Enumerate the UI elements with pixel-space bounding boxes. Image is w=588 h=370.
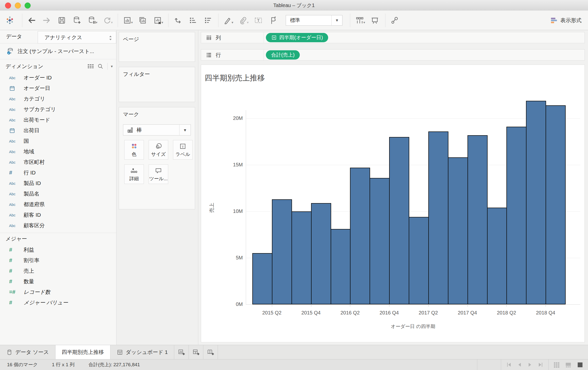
sheet-tab[interactable]: 四半期別売上推移 — [55, 345, 110, 359]
mark-type-select[interactable]: 棒 ▼ — [123, 124, 191, 135]
field-item[interactable]: Abcオーダー ID — [0, 72, 116, 83]
sort-ascending-button[interactable] — [187, 15, 199, 26]
filters-card[interactable]: フィルター — [119, 67, 195, 102]
field-item[interactable]: Abc顧客 ID — [0, 210, 116, 220]
new-story-tab-button[interactable] — [203, 345, 218, 359]
field-item[interactable]: Abc国 — [0, 136, 116, 146]
save-button[interactable] — [56, 15, 68, 26]
view-as-grid-icon[interactable] — [87, 63, 94, 70]
bar-mark[interactable] — [467, 135, 488, 304]
shelf-pill[interactable]: 四半期(オーダー日) — [266, 33, 328, 42]
field-item[interactable]: Abc地域 — [0, 146, 116, 157]
size-button[interactable]: サイズ — [149, 140, 168, 160]
bar-mark[interactable] — [526, 101, 546, 304]
first-page-icon[interactable] — [506, 361, 512, 368]
field-item[interactable]: #メジャー バリュー — [0, 297, 116, 308]
bar-mark[interactable] — [448, 157, 468, 304]
share-workbook-button[interactable] — [389, 15, 400, 26]
fit-mode-select[interactable]: 標準 ▼ — [286, 15, 342, 26]
text-field-icon: Abc — [9, 160, 24, 164]
worksheet-canvas[interactable]: 四半期別売上推移 0M5M10M15M20M2015 Q22015 Q42016… — [201, 65, 585, 342]
rows-shelf[interactable]: 行 合計(売上) — [201, 49, 585, 61]
bar-mark[interactable] — [546, 105, 566, 304]
next-page-icon[interactable] — [527, 361, 533, 368]
new-worksheet-caret-icon[interactable]: ▾ — [131, 20, 133, 24]
label-button[interactable]: Tラベル — [173, 140, 193, 160]
bar-mark[interactable] — [331, 229, 351, 304]
field-item[interactable]: Abc市区町村 — [0, 157, 116, 167]
text-box-button[interactable]: T — [253, 15, 264, 26]
expand-pill-icon[interactable] — [271, 35, 277, 40]
clear-sheet-caret-icon[interactable]: ▾ — [161, 20, 163, 24]
bar-mark[interactable] — [350, 168, 370, 304]
redo-button[interactable] — [41, 15, 52, 26]
group-members-caret-icon[interactable]: ▾ — [247, 20, 249, 24]
field-item[interactable]: #利益 — [0, 245, 116, 255]
detail-button[interactable]: 詳細 — [124, 164, 144, 184]
field-item[interactable]: #数量 — [0, 276, 116, 287]
field-item[interactable]: Abc顧客区分 — [0, 220, 116, 231]
pause-updates-caret-icon[interactable]: ▾ — [96, 20, 97, 24]
bar-mark[interactable] — [252, 253, 272, 304]
tableau-logo-icon[interactable] — [4, 15, 16, 26]
refresh-caret-icon[interactable]: ▾ — [111, 20, 113, 24]
filmstrip-view-icon[interactable] — [565, 361, 572, 368]
field-item[interactable]: Abc出荷モード — [0, 115, 116, 125]
number-field-icon: # — [9, 257, 24, 264]
new-dashboard-tab-button[interactable] — [189, 345, 203, 359]
field-item[interactable]: #行 ID — [0, 167, 116, 178]
y-axis-tick-label: 0M — [225, 301, 243, 307]
fit-mode-caret-icon[interactable]: ▼ — [331, 15, 342, 25]
field-item[interactable]: Abc製品名 — [0, 189, 116, 199]
show-me-button[interactable]: 表示形式 — [550, 17, 581, 24]
field-item[interactable]: Abcカテゴリ — [0, 94, 116, 104]
color-label: 色 — [132, 151, 137, 159]
field-item[interactable]: #割引率 — [0, 255, 116, 266]
field-item[interactable]: 出荷日 — [0, 125, 116, 136]
sheet-sorter-view-icon[interactable] — [553, 361, 560, 368]
presentation-mode-button[interactable] — [369, 15, 381, 26]
duplicate-sheet-button[interactable] — [137, 15, 148, 26]
field-item[interactable]: =#レコード数 — [0, 287, 116, 297]
new-worksheet-tab-button[interactable] — [174, 345, 189, 359]
tabs-view-icon[interactable] — [577, 361, 583, 368]
sort-descending-button[interactable] — [202, 15, 214, 26]
new-datasource-button[interactable] — [71, 15, 83, 26]
pages-card[interactable]: ページ — [119, 32, 195, 62]
sheet-tab[interactable]: データ ソース — [0, 345, 55, 359]
tab-analytics[interactable]: アナリティクス — [38, 31, 116, 43]
bar-mark[interactable] — [291, 211, 312, 304]
field-item[interactable]: Abcサブカテゴリ — [0, 104, 116, 115]
field-item[interactable]: Abc都道府県 — [0, 199, 116, 210]
previous-page-icon[interactable] — [516, 361, 523, 368]
fix-axes-button[interactable] — [268, 15, 279, 26]
show-mark-labels-caret-icon[interactable]: ▾ — [363, 20, 365, 24]
bar-mark[interactable] — [428, 131, 448, 304]
tooltip-button[interactable]: ツール... — [149, 164, 168, 184]
swap-axes-button[interactable] — [172, 15, 184, 26]
pane-collapse-icon[interactable] — [108, 35, 112, 41]
bar-mark[interactable] — [370, 178, 390, 304]
bar-mark[interactable] — [506, 127, 526, 304]
last-page-icon[interactable] — [537, 361, 544, 368]
sheet-tab[interactable]: ダッシュボード 1 — [110, 345, 174, 359]
bar-mark[interactable] — [311, 203, 331, 304]
color-button[interactable]: 色 — [124, 140, 144, 160]
fields-menu-caret-icon[interactable]: ▾ — [111, 64, 113, 69]
field-item[interactable]: Abc製品 ID — [0, 178, 116, 189]
tab-data[interactable]: データ — [6, 30, 22, 43]
bar-mark[interactable] — [409, 217, 429, 304]
highlight-caret-icon[interactable]: ▾ — [231, 20, 233, 24]
bar-mark[interactable] — [487, 208, 507, 304]
field-item[interactable]: #売上 — [0, 266, 116, 276]
text-field-icon: Abc — [9, 118, 24, 122]
mark-type-caret-icon[interactable]: ▼ — [179, 125, 191, 135]
field-item[interactable]: オーダー日 — [0, 83, 116, 94]
undo-button[interactable] — [26, 15, 37, 26]
find-field-icon[interactable] — [97, 63, 104, 70]
bar-mark[interactable] — [389, 137, 409, 304]
columns-shelf[interactable]: 列 四半期(オーダー日) — [201, 32, 585, 43]
bar-mark[interactable] — [272, 199, 292, 304]
shelf-pill[interactable]: 合計(売上) — [266, 50, 300, 60]
datasource-item[interactable]: 注文 (サンプル - スーパースト... — [0, 43, 116, 59]
